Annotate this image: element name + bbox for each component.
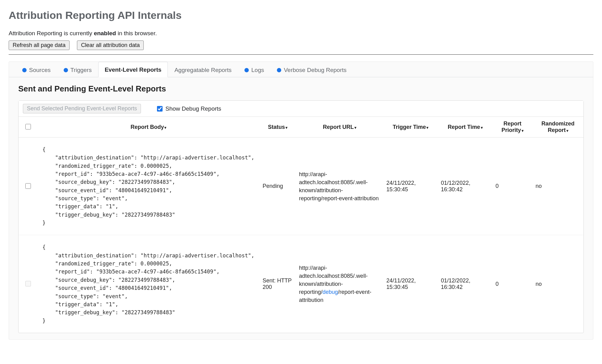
- reports-table-wrap: Send Selected Pending Event-Level Report…: [18, 100, 584, 333]
- priority-cell: 0: [493, 235, 533, 333]
- show-debug-checkbox[interactable]: [157, 106, 163, 112]
- tab-label: Triggers: [70, 67, 92, 74]
- row-select-checkbox: [25, 281, 31, 286]
- col-trigger-time-label: Trigger Time: [393, 124, 426, 130]
- tab-bar: SourcesTriggersEvent-Level ReportsAggreg…: [9, 62, 593, 77]
- sort-icon[interactable]: ▾: [426, 125, 428, 130]
- col-body-label: Report Body: [130, 124, 164, 130]
- trigger-time-cell: 24/11/2022, 15:30:45: [383, 235, 438, 333]
- refresh-button[interactable]: Refresh all page data: [9, 40, 70, 50]
- badge-dot-icon: [22, 68, 27, 72]
- tab-aggregatable-reports[interactable]: Aggregatable Reports: [168, 62, 238, 77]
- col-body[interactable]: Report Body▾: [37, 117, 259, 138]
- table-toolbar: Send Selected Pending Event-Level Report…: [19, 101, 583, 117]
- badge-dot-icon: [64, 68, 68, 72]
- url-cell: http://arapi-adtech.localhost:8085/.well…: [296, 235, 383, 333]
- badge-dot-icon: [244, 68, 249, 72]
- randomized-cell: no: [532, 138, 583, 235]
- col-status[interactable]: Status▾: [260, 117, 296, 138]
- table-row: { "attribution_destination": "http://ara…: [19, 138, 583, 235]
- tab-label: Sources: [29, 67, 51, 74]
- tab-label: Event-Level Reports: [105, 66, 162, 73]
- col-select: [19, 117, 37, 138]
- status-cell: Sent: HTTP 200: [260, 235, 296, 333]
- sort-icon[interactable]: ▾: [481, 125, 483, 130]
- col-status-label: Status: [268, 124, 285, 130]
- page-title: Attribution Reporting API Internals: [9, 9, 593, 21]
- status-cell: Pending: [260, 138, 296, 235]
- col-trigger-time[interactable]: Trigger Time▾: [383, 117, 438, 138]
- select-all-checkbox[interactable]: [25, 124, 31, 129]
- status-prefix: Attribution Reporting is currently: [9, 30, 94, 36]
- send-selected-button[interactable]: Send Selected Pending Event-Level Report…: [23, 104, 141, 113]
- status-suffix: in this browser.: [116, 30, 157, 36]
- tab-label: Verbose Debug Reports: [284, 67, 346, 74]
- sort-icon[interactable]: ▾: [286, 125, 287, 130]
- col-priority[interactable]: Report Priority▾: [493, 117, 533, 138]
- report-time-cell: 01/12/2022, 16:30:42: [438, 235, 493, 333]
- priority-cell: 0: [493, 138, 533, 235]
- content-panel: SourcesTriggersEvent-Level ReportsAggreg…: [9, 61, 593, 340]
- section-title: Sent and Pending Event-Level Reports: [18, 84, 593, 94]
- reports-table: Report Body▾ Status▾ Report URL▾ Trigger…: [19, 117, 583, 333]
- url-cell: http://arapi-adtech.localhost:8085/.well…: [296, 138, 383, 235]
- tab-label: Aggregatable Reports: [174, 67, 231, 74]
- tab-triggers[interactable]: Triggers: [57, 62, 98, 77]
- show-debug-text: Show Debug Reports: [165, 105, 221, 112]
- show-debug-label[interactable]: Show Debug Reports: [156, 105, 221, 112]
- tab-logs[interactable]: Logs: [238, 62, 270, 77]
- row-select-checkbox[interactable]: [25, 183, 31, 189]
- divider: [9, 54, 593, 55]
- clear-button[interactable]: Clear all attribution data: [77, 40, 144, 50]
- status-word: enabled: [94, 30, 116, 36]
- status-line: Attribution Reporting is currently enabl…: [9, 30, 593, 37]
- col-report-time-label: Report Time: [448, 124, 480, 130]
- badge-dot-icon: [277, 68, 281, 72]
- sort-icon[interactable]: ▾: [522, 129, 524, 133]
- col-report-time[interactable]: Report Time▾: [438, 117, 493, 138]
- col-url[interactable]: Report URL▾: [296, 117, 383, 138]
- tab-verbose-debug-reports[interactable]: Verbose Debug Reports: [270, 62, 353, 77]
- report-body: { "attribution_destination": "http://ara…: [40, 146, 256, 227]
- tab-sources[interactable]: Sources: [16, 62, 57, 77]
- sort-icon[interactable]: ▾: [164, 125, 166, 130]
- table-row: { "attribution_destination": "http://ara…: [19, 235, 583, 333]
- trigger-time-cell: 24/11/2022, 15:30:45: [383, 138, 438, 235]
- col-randomized-label: Randomized Report: [541, 121, 574, 133]
- tab-label: Logs: [251, 67, 264, 74]
- report-body: { "attribution_destination": "http://ara…: [40, 243, 256, 324]
- sort-icon[interactable]: ▾: [566, 129, 568, 133]
- randomized-cell: no: [532, 235, 583, 333]
- tab-event-level-reports[interactable]: Event-Level Reports: [98, 62, 168, 77]
- col-randomized[interactable]: Randomized Report▾: [532, 117, 583, 138]
- sort-icon[interactable]: ▾: [354, 125, 356, 130]
- report-time-cell: 01/12/2022, 16:30:42: [438, 138, 493, 235]
- col-priority-label: Report Priority: [502, 121, 522, 133]
- col-url-label: Report URL: [323, 124, 354, 130]
